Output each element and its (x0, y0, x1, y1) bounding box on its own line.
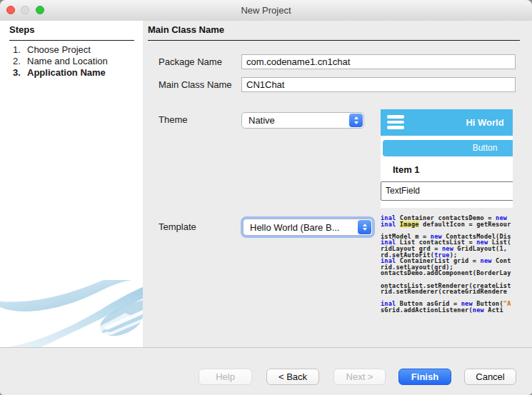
code-line: ontactsDemo.addComponent(BorderLay (381, 270, 513, 276)
dialog-footer: Help < Back Next > Finish Cancel (0, 347, 532, 395)
next-button[interactable]: Next > (333, 369, 386, 385)
theme-selected-value: Native (242, 115, 348, 126)
theme-label: Theme (159, 114, 187, 126)
new-project-dialog: New Project Steps 1.Choose Project 2.Nam… (0, 0, 532, 395)
preview-button: Button (383, 140, 513, 156)
back-button[interactable]: < Back (266, 369, 319, 385)
preview-title: Hi World (381, 109, 513, 136)
finish-button[interactable]: Finish (398, 369, 451, 385)
step-choose-project: 1.Choose Project (0, 44, 108, 56)
package-name-input[interactable]: com.codename1.cn1chat (241, 54, 516, 69)
help-button[interactable]: Help (199, 369, 252, 385)
code-line: rid.setRenderer(createGridRendere (381, 289, 513, 295)
package-name-label: Package Name (159, 56, 222, 68)
theme-select[interactable]: Native (241, 112, 364, 129)
preview-textfield: TextField (381, 181, 513, 201)
preview-titlebar: Hi World (381, 109, 513, 136)
template-select[interactable]: Hello World (Bare B... (243, 219, 373, 236)
steps-list: 1.Choose Project 2.Name and Location 3.A… (0, 44, 108, 79)
template-selected-value: Hello World (Bare B... (244, 222, 357, 233)
steps-sidebar: Steps 1.Choose Project 2.Name and Locati… (0, 21, 143, 348)
main-class-name-label: Main Class Name (159, 79, 232, 91)
application-name-panel: Main Class Name Package Name com.codenam… (143, 21, 532, 348)
main-class-name-input[interactable]: CN1Chat (241, 77, 516, 92)
window-titlebar[interactable]: New Project (0, 0, 532, 21)
theme-preview: Hi World Button Item 1 TextField (381, 109, 513, 208)
cancel-button[interactable]: Cancel (464, 369, 516, 385)
steps-heading: Steps (9, 24, 134, 41)
step-application-name-current: 3.Application Name (0, 67, 108, 79)
preview-list-item: Item 1 (393, 164, 513, 175)
chevron-up-down-icon (358, 220, 371, 234)
template-code-preview: inal Container contactsDemo = newinal Im… (381, 215, 513, 313)
chevron-up-down-icon (349, 114, 363, 127)
code-line: sGrid.addActionListener(new Acti (381, 307, 513, 313)
step-name-and-location: 2.Name and Location (0, 56, 108, 67)
code-line: inal Image defaultIcon = getResour (381, 221, 513, 228)
watermark-swoosh (0, 280, 143, 348)
template-label: Template (159, 221, 196, 233)
panel-heading: Main Class Name (148, 24, 520, 41)
window-title: New Project (0, 0, 532, 21)
theme-preview-screen: Hi World Button Item 1 TextField (381, 109, 513, 201)
